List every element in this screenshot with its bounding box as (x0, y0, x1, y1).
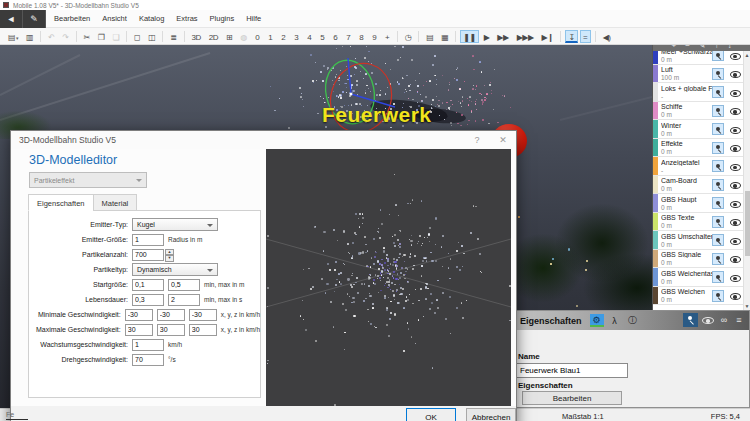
dialog-close-button[interactable]: ✕ (490, 131, 516, 149)
menu-plugins[interactable]: Plugins (204, 10, 241, 28)
pin-icon[interactable] (712, 68, 724, 80)
eye-icon[interactable] (729, 87, 741, 99)
link-icon[interactable]: ∞ (718, 315, 730, 325)
menu-ansicht[interactable]: Ansicht (96, 10, 133, 28)
scroll-down-icon[interactable]: ▼ (744, 303, 750, 309)
event-list-button[interactable]: ▦ (438, 30, 451, 43)
partikeltyp-select[interactable]: Dynamisch (132, 263, 218, 276)
emitter-groesse-input[interactable] (132, 234, 164, 246)
startgroesse-min-input[interactable] (132, 279, 164, 291)
camera-4-button[interactable]: 4 (304, 30, 315, 43)
layer-row[interactable]: Loks + globale F...- (653, 83, 750, 102)
startgroesse-max-input[interactable] (168, 279, 200, 291)
particle-preview[interactable] (266, 149, 511, 406)
layer-row[interactable]: Effekte0 m (653, 139, 750, 158)
pin-icon[interactable] (712, 234, 724, 246)
max-geschw-y-input[interactable] (157, 324, 185, 336)
emitter-typ-select[interactable]: Kugel (132, 218, 218, 231)
quantity-stepper[interactable]: ▲▼ (165, 249, 174, 261)
select-move-button[interactable]: ◻ (131, 30, 143, 43)
fast-forward-button[interactable]: ▶▶ (494, 30, 511, 43)
paste-button[interactable]: ❏ (109, 30, 122, 43)
layer-row[interactable]: Meer +Schwarzach0 m (653, 51, 750, 65)
edit-button[interactable]: Bearbeiten (522, 391, 622, 405)
eye-icon[interactable] (729, 180, 741, 192)
min-geschw-x-input[interactable] (125, 309, 153, 321)
pin-icon[interactable] (712, 160, 724, 172)
lebensdauer-max-input[interactable] (168, 294, 200, 306)
eye-icon[interactable] (729, 291, 741, 303)
eye-icon[interactable] (729, 254, 741, 266)
eye-icon[interactable] (729, 69, 741, 81)
layer-row[interactable]: Schiffe0 m (653, 102, 750, 121)
layer-row[interactable]: Anzeigetafel- (653, 157, 750, 176)
person-icon[interactable]: λ (608, 314, 622, 327)
pin-icon[interactable] (712, 197, 724, 209)
camera-add-button[interactable]: + (382, 30, 393, 43)
play-button[interactable]: ▶ (481, 30, 493, 43)
layer-row[interactable]: GBS Umschalter0 m (653, 231, 750, 250)
eye-icon[interactable] (729, 272, 741, 284)
pin-icon[interactable] (712, 105, 724, 117)
camera-8-button[interactable]: 8 (356, 30, 367, 43)
sound-button[interactable]: ◀) (600, 30, 614, 43)
pin-icon[interactable] (712, 216, 724, 228)
save-button[interactable]: ▤▾ (5, 30, 21, 43)
pin-icon[interactable] (712, 142, 724, 154)
layer-row[interactable]: Luft100 m (653, 65, 750, 84)
menu-icon[interactable]: ≡ (733, 315, 745, 325)
camera-3-button[interactable]: 3 (291, 30, 302, 43)
tab-eigenschaften[interactable]: Eigenschaften (28, 194, 94, 211)
undo-button[interactable]: ↶ (45, 30, 57, 43)
layer-row[interactable]: GBS Haupt0 m (653, 194, 750, 213)
pin-icon[interactable] (712, 86, 724, 98)
eye-icon[interactable] (729, 51, 741, 62)
info-icon[interactable]: ⓘ (626, 314, 640, 327)
layer-row[interactable]: GBS Signale0 m (653, 250, 750, 269)
eye-icon[interactable] (729, 106, 741, 118)
camera-0-button[interactable]: 0 (252, 30, 263, 43)
max-geschw-z-input[interactable] (189, 324, 217, 336)
skip-end-button[interactable]: ▶❙ (539, 30, 557, 43)
tab-material[interactable]: Material (93, 194, 138, 211)
wachstum-input[interactable] (132, 339, 164, 351)
layer-row[interactable]: GBS Texte0 m (653, 213, 750, 232)
pin-icon[interactable] (712, 253, 724, 265)
lamp-button[interactable]: ◍ (237, 30, 249, 43)
pause-button[interactable]: ❚❚ (460, 30, 478, 43)
partikelanzahl-input[interactable] (132, 249, 164, 261)
copy-button[interactable]: ❐ (95, 30, 108, 43)
pause-sim-button[interactable]: = (580, 30, 591, 43)
scroll-thumb[interactable] (745, 191, 750, 256)
menu-bearbeiten[interactable]: Bearbeiten (48, 10, 96, 28)
select-area-button[interactable]: ◫ (145, 30, 158, 43)
eye-icon[interactable] (701, 313, 715, 327)
clock-button[interactable]: ◷ (402, 30, 414, 43)
pin-icon[interactable] (683, 313, 698, 327)
cut-button[interactable]: ✂ (81, 30, 93, 43)
drehgeschw-input[interactable] (132, 354, 164, 366)
min-geschw-z-input[interactable] (189, 309, 217, 321)
event-log-button[interactable]: ▤ (423, 30, 436, 43)
dialog-help-button[interactable]: ? (464, 131, 490, 149)
pin-icon[interactable] (712, 123, 724, 135)
layer-scrollbar[interactable]: ▲▼ (743, 51, 750, 310)
min-geschw-y-input[interactable] (157, 309, 185, 321)
camera-5-button[interactable]: 5 (317, 30, 328, 43)
camera-6-button[interactable]: 6 (330, 30, 341, 43)
camera-7-button[interactable]: 7 (343, 30, 354, 43)
pin-icon[interactable] (712, 51, 724, 61)
fastest-forward-button[interactable]: ▶▶▶ (514, 30, 537, 43)
grid-button[interactable]: ⊞ (223, 30, 235, 43)
name-input[interactable] (516, 363, 628, 378)
view-2d-button[interactable]: 2D (206, 30, 221, 43)
eye-icon[interactable] (729, 235, 741, 247)
camera-2-button[interactable]: 2 (278, 30, 289, 43)
gear-icon[interactable]: ⚙ (590, 314, 604, 327)
back-button[interactable]: ◄ (0, 10, 23, 28)
record-button[interactable]: ↧ (565, 30, 577, 43)
print-button[interactable]: ▥ (23, 30, 36, 43)
redo-button[interactable]: ↷ (59, 30, 71, 43)
view-3d-button[interactable]: 3D (189, 30, 204, 43)
lebensdauer-min-input[interactable] (132, 294, 164, 306)
